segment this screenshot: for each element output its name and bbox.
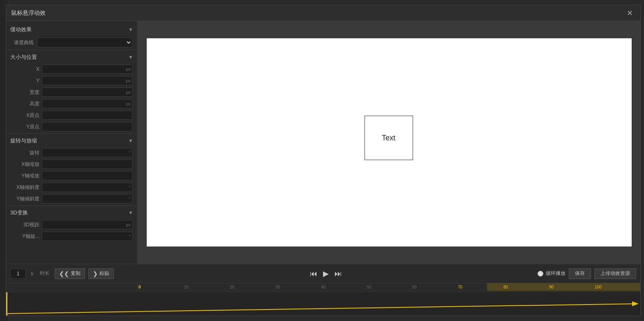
loop-dot[interactable]	[538, 271, 543, 277]
speed-curve-select[interactable]: 线性 缓入 缓出 缓入缓出	[37, 37, 132, 47]
timeline-start-marker	[6, 292, 7, 316]
prop-input-wrap-y-rotation: °	[42, 232, 132, 241]
ruler-track: 0 10 20 30 40 50	[138, 283, 640, 291]
prop-row-y-rotation: Y轴旋... °	[6, 230, 137, 242]
prop-input-wrap-y-origin	[42, 122, 132, 131]
section-easing-label: 缓动效果	[10, 26, 32, 33]
dialog-main: 缓动效果 ▼ 速度曲线 线性 缓入 缓出 缓入缓出 大小与位置	[6, 21, 640, 264]
prop-row-rotation: 旋转 °	[6, 147, 137, 158]
ruler-tick-0: 0	[138, 285, 141, 289]
prop-row-x: X px	[6, 63, 137, 75]
prop-input-x-origin[interactable]	[42, 111, 132, 120]
ruler-tick-60: 60	[412, 285, 417, 289]
section-rotation-scale-header[interactable]: 旋转与放缩 ▼	[6, 135, 137, 147]
prop-input-width[interactable]	[42, 88, 132, 97]
prop-label-x-origin: X原点	[13, 112, 39, 119]
paste-button[interactable]: ❯ 粘贴	[88, 268, 114, 279]
rewind-button[interactable]: ⏮	[308, 270, 319, 277]
prop-input-y[interactable]	[42, 76, 132, 85]
prop-label-width: 宽度	[13, 89, 39, 96]
section-3d-transform-header[interactable]: 3D变换 ▼	[6, 207, 137, 219]
time-unit-label: s	[31, 271, 33, 277]
properties-panel: 缓动效果 ▼ 速度曲线 线性 缓入 缓出 缓入缓出 大小与位置	[6, 21, 138, 264]
close-button[interactable]: ✕	[624, 9, 635, 18]
prop-input-wrap-height: px	[42, 99, 132, 108]
dialog-body: 缓动效果 ▼ 速度曲线 线性 缓入 缓出 缓入缓出 大小与位置	[6, 21, 640, 316]
timeline-arrow	[6, 292, 640, 316]
bottom-toolbar: 1 s 时长 ❮❮ 复制 ❯ 粘贴 ⏮ ▶ ⏭ 循环播放	[6, 264, 640, 283]
section-size-position-label: 大小与位置	[10, 54, 37, 61]
prop-input-y-origin[interactable]	[42, 122, 132, 131]
canvas-area: Text	[138, 21, 640, 264]
speed-curve-label: 速度曲线	[11, 39, 34, 46]
ruler-tick-30: 30	[275, 285, 280, 289]
prop-row-y-skew: Y轴倾斜度 °	[6, 193, 137, 205]
prop-input-x[interactable]	[42, 65, 132, 74]
prop-label-3d-perspective: 3D视距	[13, 221, 39, 228]
prop-input-y-rotation[interactable]	[42, 232, 132, 241]
prop-input-wrap-y: px	[42, 76, 132, 85]
hover-effect-dialog: 鼠标悬浮动效 ✕ 缓动效果 ▼ 速度曲线 线性 缓入 缓出	[6, 5, 641, 316]
prop-input-y-skew[interactable]	[42, 194, 132, 203]
section-rotation-scale-label: 旋转与放缩	[10, 137, 37, 144]
loop-label: 循环播放	[546, 270, 566, 277]
prop-row-x-skew: X轴倾斜度 °	[6, 181, 137, 193]
prop-input-x-scale[interactable]	[42, 160, 132, 169]
prop-input-wrap-y-skew: °	[42, 194, 132, 203]
prop-row-width: 宽度 px	[6, 86, 137, 98]
prop-label-rotation: 旋转	[13, 149, 39, 156]
section-3d-chevron: ▼	[128, 210, 133, 216]
prop-label-x-scale: X轴缩放	[13, 161, 39, 168]
play-button[interactable]: ▶	[321, 270, 330, 277]
prop-label-y-origin: Y原点	[13, 123, 39, 130]
prop-label-y-skew: Y轴倾斜度	[13, 195, 39, 202]
time-value-input[interactable]: 1	[10, 269, 26, 279]
prop-label-x-skew: X轴倾斜度	[13, 184, 39, 191]
copy-icon: ❮❮	[59, 270, 69, 277]
prop-input-wrap-x-scale	[42, 160, 132, 169]
prop-label-y-rotation: Y轴旋...	[13, 233, 39, 240]
speed-curve-row: 速度曲线 线性 缓入 缓出 缓入缓出	[6, 36, 137, 49]
save-button[interactable]: 保存	[569, 268, 591, 279]
section-easing-chevron: ▼	[128, 27, 133, 33]
loop-wrap: 循环播放	[538, 270, 566, 277]
prop-row-height: 高度 px	[6, 98, 137, 109]
prop-label-x: X	[13, 66, 39, 72]
text-element-label: Text	[382, 134, 395, 142]
prop-input-wrap-width: px	[42, 88, 132, 97]
prop-label-y-scale: Y轴缩放	[13, 172, 39, 179]
prop-input-height[interactable]	[42, 99, 132, 108]
ruler-tick-10: 10	[184, 285, 189, 289]
prop-input-y-scale[interactable]	[42, 171, 132, 180]
prop-row-x-scale: X轴缩放	[6, 158, 137, 170]
forward-button[interactable]: ⏭	[333, 270, 344, 277]
dialog-title: 鼠标悬浮动效	[11, 9, 46, 17]
paste-label: 粘贴	[99, 270, 109, 277]
prop-row-y-scale: Y轴缩放	[6, 170, 137, 181]
copy-button[interactable]: ❮❮ 复制	[55, 268, 85, 279]
prop-input-wrap-x: px	[42, 65, 132, 74]
playback-controls: ⏮ ▶ ⏭	[308, 270, 344, 277]
prop-input-x-skew[interactable]	[42, 183, 132, 192]
svg-line-1	[7, 304, 637, 314]
duration-label: 时长	[40, 270, 50, 277]
ruler-tick-70: 70	[458, 285, 462, 289]
prop-row-y: Y px	[6, 75, 137, 86]
section-size-position-header[interactable]: 大小与位置 ▼	[6, 51, 137, 63]
prop-input-wrap-y-scale	[42, 171, 132, 180]
section-easing-header[interactable]: 缓动效果 ▼	[6, 23, 137, 36]
prop-input-rotation[interactable]	[42, 148, 132, 157]
section-3d-transform-label: 3D变换	[10, 209, 28, 216]
prop-input-wrap-x-origin	[42, 111, 132, 120]
timeline-track-inner	[6, 292, 640, 316]
timeline-track-area[interactable]	[6, 292, 640, 316]
upload-button[interactable]: 上传动效资源	[594, 268, 636, 279]
prop-label-y: Y	[13, 78, 39, 84]
canvas-white: Text	[147, 38, 632, 247]
prop-input-wrap-3d-perspective: px	[42, 220, 132, 229]
ruler-tick-40: 40	[321, 285, 325, 289]
text-element[interactable]: Text	[365, 116, 413, 160]
dialog-titlebar: 鼠标悬浮动效 ✕	[6, 5, 640, 21]
timeline-ruler: 0 10 20 30 40 50	[6, 283, 640, 292]
prop-input-3d-perspective[interactable]	[42, 220, 132, 229]
